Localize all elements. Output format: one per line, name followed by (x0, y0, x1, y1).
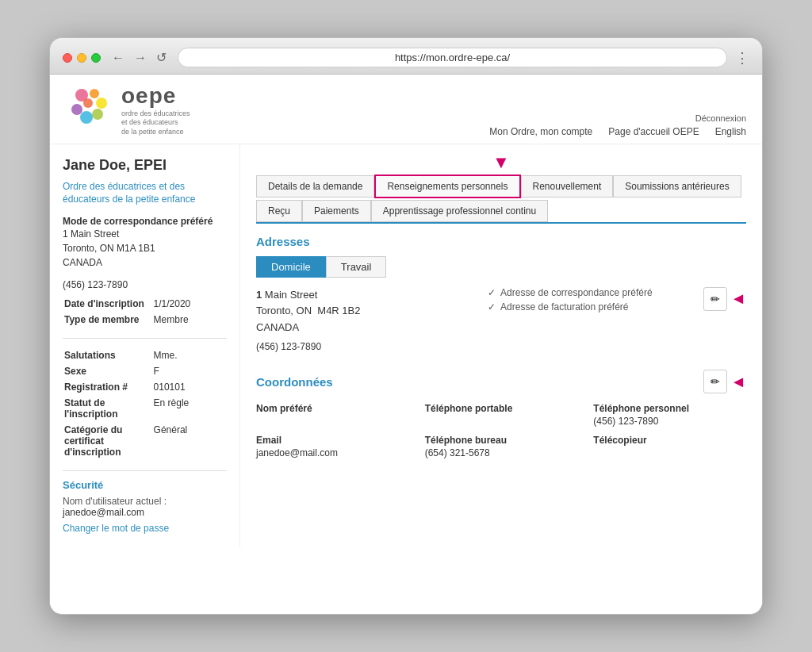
coordonnees-section-title: Coordonnées (256, 375, 333, 389)
coord-bureau-value: (654) 321-5678 (425, 447, 490, 458)
svg-point-3 (92, 109, 103, 120)
url-bar[interactable]: https://mon.ordre-epe.ca/ (178, 48, 727, 67)
tab-soumissions[interactable]: Soumissions antérieures (613, 175, 741, 198)
sidebar-registration-label: Registration # (64, 380, 152, 394)
sidebar-categorie-value: Général (154, 423, 225, 459)
sidebar-date-label: Date d'inscription (64, 297, 152, 311)
change-password-link[interactable]: Changer le mot de passe (63, 523, 169, 534)
svg-point-4 (80, 111, 93, 124)
minimize-button[interactable] (77, 53, 86, 63)
svg-point-1 (90, 89, 99, 98)
address-text: 1 Main Street Toronto, ON M4R 1B2 CANADA (256, 287, 472, 336)
sidebar-mode-label: Mode de correspondance préféré (63, 216, 227, 227)
tab-renouvellement[interactable]: Renouvellement (521, 175, 614, 198)
sidebar-registration-value: 010101 (154, 380, 225, 394)
sidebar-phone: (456) 123-7890 (63, 279, 227, 290)
address-card: 1 Main Street Toronto, ON M4R 1B2 CANADA… (256, 287, 746, 357)
address-edit-button[interactable]: ✏ (703, 287, 727, 311)
svg-point-2 (96, 98, 107, 109)
sidebar: Jane Doe, EPEI Ordre des éducatrices et … (50, 144, 240, 547)
close-button[interactable] (63, 53, 72, 63)
subtab-travail[interactable]: Travail (326, 256, 387, 278)
browser-menu-button[interactable]: ⋮ (735, 49, 749, 67)
tab-renseignements[interactable]: Renseignements personnels (374, 175, 520, 198)
coord-tel-portable: Téléphone portable (425, 403, 578, 427)
sidebar-type-value: Membre (154, 313, 225, 327)
coord-personnel-value: (456) 123-7890 (593, 416, 658, 427)
coordonnees-header: Coordonnées ✏ ◄ (256, 370, 746, 393)
sidebar-org[interactable]: Ordre des éducatrices et des éducateurs … (63, 180, 227, 207)
sidebar-date-value: 1/1/2020 (154, 297, 225, 311)
coord-email: Email janedoe@mail.com (256, 435, 409, 458)
content-area: ▼ Details de la demande Renseignements p… (240, 144, 762, 547)
logo-text: oepe ordre des éducatrices et des éducat… (121, 82, 190, 137)
coordonnees-grid: Nom préféré Téléphone portable Téléphone… (256, 403, 746, 458)
coordonnees-edit-button[interactable]: ✏ (703, 370, 727, 393)
address-subtabs: Domicile Travail (256, 256, 746, 278)
address-checks: ✓ Adresse de correspondance préféré ✓ Ad… (472, 287, 703, 316)
refresh-button[interactable]: ↺ (153, 48, 170, 67)
sidebar-username-value: janedoe@mail.com (63, 507, 227, 518)
coord-telecopieur-label: Télécopieur (593, 435, 746, 446)
sidebar-sexe-label: Sexe (64, 364, 152, 378)
sidebar-extended-fields: Salutations Mme. Sexe F Registration # 0… (63, 347, 227, 461)
sidebar-basic-fields: Date d'inscription 1/1/2020 Type de memb… (63, 295, 227, 328)
check-label-1: Adresse de correspondance préféré (500, 287, 652, 298)
logo-area: oepe ordre des éducatrices et des éducat… (66, 82, 190, 137)
sidebar-type-label: Type de membre (64, 313, 152, 327)
coord-bureau-label: Téléphone bureau (425, 435, 578, 446)
coord-nom-label: Nom préféré (256, 403, 409, 414)
sidebar-user-name: Jane Doe, EPEI (63, 157, 227, 174)
header-nav: Déconnexion Mon Ordre, mon compte Page d… (489, 113, 746, 137)
sidebar-salutations-value: Mme. (154, 348, 225, 362)
svg-point-6 (83, 98, 93, 108)
tab-paiements[interactable]: Paiements (302, 200, 371, 222)
sidebar-address: 1 Main Street Toronto, ON M1A 1B1 CANADA (63, 227, 227, 270)
sidebar-salutations-label: Salutations (64, 348, 152, 362)
logo-subtitle: ordre des éducatrices et des éducateurs … (121, 109, 190, 137)
coord-telecopieur: Télécopieur (593, 435, 746, 458)
tab-details[interactable]: Details de la demande (256, 175, 374, 198)
sidebar-username-label: Nom d'utilisateur actuel : (63, 496, 227, 507)
coord-portable-label: Téléphone portable (425, 403, 578, 414)
tab-apprentissage[interactable]: Apprentissage professionnel continu (371, 200, 548, 222)
traffic-lights (63, 53, 101, 63)
sidebar-security-title: Sécurité (63, 479, 227, 491)
sidebar-statut-value: En règle (154, 396, 225, 421)
check-icon-1: ✓ (488, 287, 496, 298)
coord-tel-personnel: Téléphone personnel (456) 123-7890 (593, 403, 746, 427)
coord-email-label: Email (256, 435, 409, 446)
forward-button[interactable]: → (131, 49, 150, 67)
check-label-2: Adresse de facturation préféré (500, 301, 628, 313)
pink-arrow-1: ◄ (730, 290, 746, 308)
sidebar-categorie-label: Catégorie du certificat d'inscription (64, 423, 152, 459)
address-info: 1 Main Street Toronto, ON M4R 1B2 CANADA… (256, 287, 472, 357)
deconnexion-link[interactable]: Déconnexion (695, 113, 746, 123)
coord-nom-prefere: Nom préféré (256, 403, 409, 427)
address-phone: (456) 123-7890 (256, 341, 472, 352)
nav-page-accueil[interactable]: Page d'accueil OEPE (608, 126, 699, 137)
pink-arrow-2: ◄ (730, 373, 746, 391)
tabs-row-2: Reçu Paiements Apprentissage professionn… (256, 200, 746, 222)
coord-tel-bureau: Téléphone bureau (654) 321-5678 (425, 435, 578, 458)
maximize-button[interactable] (91, 53, 101, 63)
logo-name: oepe (121, 82, 190, 109)
sidebar-statut-label: Statut de l'inscription (64, 396, 152, 421)
arrow-indicator: ▼ (256, 154, 746, 171)
coord-email-value: janedoe@mail.com (256, 447, 338, 458)
svg-point-5 (71, 104, 82, 115)
pencil-icon-1: ✏ (710, 293, 720, 305)
tabs-row-1: Details de la demande Renseignements per… (256, 175, 746, 198)
logo-icon (66, 86, 113, 133)
coord-personnel-label: Téléphone personnel (593, 403, 746, 414)
back-button[interactable]: ← (109, 49, 128, 67)
adresses-section-title: Adresses (256, 235, 746, 248)
nav-english[interactable]: English (715, 126, 746, 137)
tab-recu[interactable]: Reçu (256, 200, 302, 222)
site-header: oepe ordre des éducatrices et des éducat… (50, 75, 762, 144)
sidebar-sexe-value: F (154, 364, 225, 378)
nav-mon-ordre[interactable]: Mon Ordre, mon compte (489, 126, 592, 137)
subtab-domicile[interactable]: Domicile (256, 256, 326, 278)
pencil-icon-2: ✏ (710, 375, 720, 388)
check-icon-2: ✓ (488, 301, 496, 313)
